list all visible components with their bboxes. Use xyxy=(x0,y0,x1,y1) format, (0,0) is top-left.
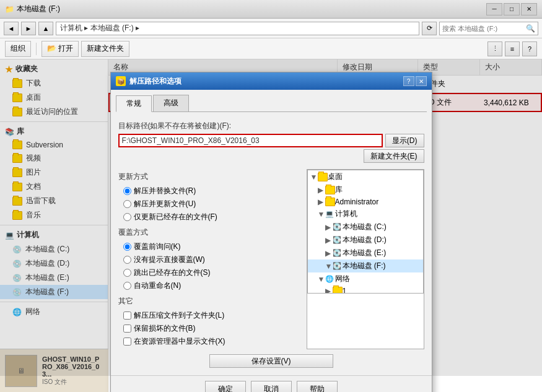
tree-folder-library xyxy=(325,186,335,194)
target-path-input-row: 显示(D) xyxy=(118,134,424,147)
save-settings-button[interactable]: 保存设置(V) xyxy=(209,354,333,368)
dialog-footer: 确定 取消 帮助 xyxy=(111,375,432,392)
tree-label-library: 库 xyxy=(335,185,343,195)
cancel-button[interactable]: 取消 xyxy=(251,381,292,392)
tree-item-drive-f[interactable]: ▼ 💽 本地磁盘 (F:) xyxy=(308,259,423,272)
toolbar: 组织 📂 打开 新建文件夹 ⋮ ≡ ? xyxy=(0,38,542,59)
radio-auto-rename-input[interactable] xyxy=(123,282,131,290)
dialog-close-button[interactable]: ✕ xyxy=(416,76,427,86)
titlebar: 📁 本地磁盘 (F:) ─ □ ✕ xyxy=(0,0,542,19)
ok-button[interactable]: 确定 xyxy=(205,381,246,392)
dialog-split: 更新方式 解压并替换文件(R) 解压并更新文件(U) xyxy=(118,169,424,349)
tree-label-computer: 计算机 xyxy=(335,209,357,219)
checkbox-damaged-input[interactable] xyxy=(123,324,131,333)
checkbox-group: 解压压缩文件到子文件夹(L) 保留损坏的文件(B) 在资源管理器中显示文件(X) xyxy=(123,310,302,347)
open-button[interactable]: 📂 打开 xyxy=(42,41,79,57)
overwrite-label: 覆盖方式 xyxy=(118,227,302,238)
tree-expander-f1: ▶ xyxy=(325,287,333,294)
checkbox-show-explorer-input[interactable] xyxy=(123,338,131,346)
maximize-button[interactable]: □ xyxy=(504,3,520,15)
tree-item-admin[interactable]: ▶ Administrator xyxy=(308,196,423,207)
radio-no-prompt: 没有提示直接覆盖(W) xyxy=(123,255,302,265)
dialog-app-icon: 📦 xyxy=(116,76,126,86)
tab-advanced[interactable]: 高级 xyxy=(153,95,189,111)
radio-ask-before: 覆盖前询问(K) xyxy=(123,242,302,252)
radio-skip-existing-label: 跳出已经存在的文件(S) xyxy=(134,268,211,278)
radio-skip-existing: 跳出已经存在的文件(S) xyxy=(123,268,302,278)
tree-item-library[interactable]: ▶ 库 xyxy=(308,183,423,196)
help-button[interactable]: ? xyxy=(522,41,537,56)
extract-dialog: 📦 解压路径和选项 ? ✕ 常规 高级 目标路径(如果不存在将被创建)(F): xyxy=(110,72,432,392)
dialog-question-button[interactable]: ? xyxy=(403,76,414,86)
tree-item-drive-c[interactable]: ▶ 💽 本地磁盘 (C:) xyxy=(308,220,423,233)
target-path-input[interactable] xyxy=(118,134,383,147)
radio-auto-rename: 自动重命名(N) xyxy=(123,281,302,291)
dialog-overlay: 📦 解压路径和选项 ? ✕ 常规 高级 目标路径(如果不存在将被创建)(F): xyxy=(0,59,542,376)
checkbox-show-explorer: 在资源管理器中显示文件(X) xyxy=(123,336,302,347)
radio-skip-existing-input[interactable] xyxy=(123,269,131,277)
radio-replace: 解压并替换文件(R) xyxy=(123,186,302,196)
tree-item-desktop[interactable]: ▼ 桌面 xyxy=(308,170,423,183)
minimize-button[interactable]: ─ xyxy=(486,3,502,15)
checkbox-damaged: 保留损坏的文件(B) xyxy=(123,323,302,334)
titlebar-title: 本地磁盘 (F:) xyxy=(17,4,60,14)
address-path-text: 计算机 ▸ 本地磁盘 (F:) ▸ xyxy=(60,23,139,33)
up-button[interactable]: ▲ xyxy=(38,22,53,35)
tree-label-drive-d: 本地磁盘 (D:) xyxy=(343,235,387,245)
radio-update-input[interactable] xyxy=(123,200,131,208)
tree-item-f1[interactable]: ▶ 1 xyxy=(308,285,423,294)
checkbox-subfolder-input[interactable] xyxy=(123,311,131,320)
radio-no-prompt-label: 没有提示直接覆盖(W) xyxy=(134,255,205,265)
tab-general[interactable]: 常规 xyxy=(116,95,152,112)
refresh-button[interactable]: ⟳ xyxy=(422,22,437,35)
window-icon: 📁 xyxy=(5,5,14,14)
search-input[interactable] xyxy=(442,25,526,32)
radio-replace-input[interactable] xyxy=(123,187,131,195)
tree-expander-c: ▶ xyxy=(325,223,333,232)
tree-item-network[interactable]: ▼ 🌐 网络 xyxy=(308,272,423,285)
radio-no-prompt-input[interactable] xyxy=(123,256,131,264)
dialog-body: 常规 高级 目标路径(如果不存在将被创建)(F): 显示(D) 新建文件夹(E) xyxy=(111,90,432,375)
dialog-controls: ? ✕ xyxy=(403,76,427,86)
close-button[interactable]: ✕ xyxy=(521,3,537,15)
forward-button[interactable]: ► xyxy=(21,22,36,35)
addressbar: ◄ ► ▲ 计算机 ▸ 本地磁盘 (F:) ▸ ⟳ 🔍 xyxy=(0,19,542,38)
tree-item-computer[interactable]: ▼ 💻 计算机 xyxy=(308,207,423,220)
dialog-tree-panel: ▼ 桌面 ▶ 库 ▶ xyxy=(307,169,424,349)
new-folder-dialog-button[interactable]: 新建文件夹(E) xyxy=(364,149,424,163)
tree-disk-f-icon: 💽 xyxy=(333,262,341,270)
radio-only-update-label: 仅更新已经存在的文件(F) xyxy=(134,212,217,222)
tree-expander-f: ▼ xyxy=(325,262,333,271)
update-mode-label: 更新方式 xyxy=(118,172,302,182)
show-button[interactable]: 显示(D) xyxy=(385,134,424,147)
search-icon: 🔍 xyxy=(526,24,535,33)
tree-network-icon: 🌐 xyxy=(325,275,334,283)
tree-pc-icon: 💻 xyxy=(325,210,334,218)
help-button[interactable]: 帮助 xyxy=(297,381,338,392)
toolbar-separator-1 xyxy=(36,43,37,55)
checkbox-subfolder-label: 解压压缩文件到子文件夹(L) xyxy=(134,310,225,321)
organize-button[interactable]: 组织 xyxy=(5,41,31,57)
titlebar-controls: ─ □ ✕ xyxy=(486,3,537,15)
dialog-title: 解压路径和选项 xyxy=(129,76,181,87)
radio-only-update-input[interactable] xyxy=(123,213,131,221)
update-radio-group: 解压并替换文件(R) 解压并更新文件(U) 仅更新已经存在的文件(F) xyxy=(123,186,302,222)
tree-item-drive-d[interactable]: ▶ 💽 本地磁盘 (D:) xyxy=(308,233,423,246)
address-path[interactable]: 计算机 ▸ 本地磁盘 (F:) ▸ xyxy=(56,22,419,35)
tree-disk-e-icon: 💽 xyxy=(333,249,341,257)
dialog-options-left: 更新方式 解压并替换文件(R) 解压并更新文件(U) xyxy=(118,169,302,349)
radio-only-update: 仅更新已经存在的文件(F) xyxy=(123,212,302,222)
radio-replace-label: 解压并替换文件(R) xyxy=(134,186,196,196)
target-path-row: 目标路径(如果不存在将被创建)(F): 显示(D) 新建文件夹(E) xyxy=(118,121,424,163)
save-settings-row: 保存设置(V) xyxy=(118,354,424,368)
search-box[interactable]: 🔍 xyxy=(439,22,538,35)
radio-auto-rename-label: 自动重命名(N) xyxy=(134,281,181,291)
back-button[interactable]: ◄ xyxy=(4,22,19,35)
new-folder-button[interactable]: 新建文件夹 xyxy=(81,41,129,57)
radio-ask-before-input[interactable] xyxy=(123,243,131,251)
more-button[interactable]: ⋮ xyxy=(487,41,502,56)
view-button[interactable]: ≡ xyxy=(505,41,520,56)
tree-item-drive-e[interactable]: ▶ 💽 本地磁盘 (E:) xyxy=(308,246,423,259)
folder-tree[interactable]: ▼ 桌面 ▶ 库 ▶ xyxy=(307,170,424,294)
checkbox-show-explorer-label: 在资源管理器中显示文件(X) xyxy=(134,336,225,347)
